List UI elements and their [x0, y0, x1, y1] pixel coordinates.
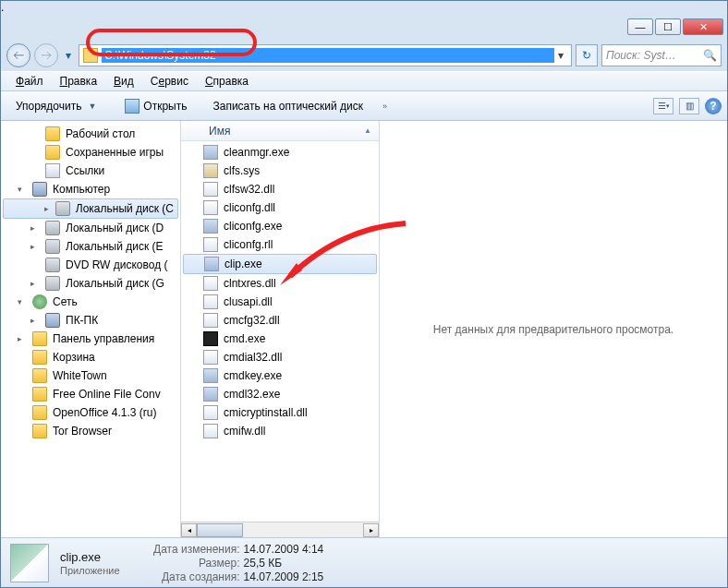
folder-icon — [83, 48, 98, 63]
view-mode-button[interactable]: ☰▾ — [653, 98, 673, 114]
expand-icon[interactable]: ▸ — [44, 204, 50, 213]
address-dropdown-icon[interactable]: ▾ — [554, 49, 567, 62]
toolbar: Упорядочить ▼ Открыть Записать на оптиче… — [1, 91, 727, 121]
open-button[interactable]: Открыть — [115, 96, 196, 116]
file-icon — [203, 145, 218, 160]
menu-file[interactable]: Файл — [8, 73, 51, 90]
sidebar-item[interactable]: Сохраненные игры — [1, 143, 180, 162]
sidebar-item[interactable]: ▾Компьютер — [1, 180, 180, 198]
help-icon[interactable]: ? — [705, 98, 722, 114]
organize-button[interactable]: Упорядочить ▼ — [6, 97, 108, 115]
sidebar-item[interactable]: Рабочий стол — [1, 125, 180, 143]
refresh-button[interactable]: ↻ — [576, 44, 598, 66]
menu-help[interactable]: Справка — [198, 73, 256, 90]
sidebar-item[interactable]: ▸Локальный диск (D — [1, 219, 180, 237]
created-value: 14.07.2009 2:15 — [244, 570, 324, 583]
sidebar-item[interactable]: ▸Локальный диск (G — [1, 274, 180, 293]
node-icon — [32, 424, 47, 438]
scroll-thumb[interactable] — [197, 523, 243, 537]
node-icon — [45, 145, 60, 160]
file-icon — [203, 219, 218, 234]
sidebar-item[interactable]: ▸ПК-ПК — [1, 311, 180, 330]
sidebar-item[interactable]: ▸Локальный диск (E — [1, 237, 180, 256]
maximize-button[interactable]: ☐ — [655, 18, 681, 35]
preview-pane-button[interactable]: ▥ — [679, 98, 699, 114]
burn-button[interactable]: Записать на оптический диск — [203, 97, 372, 115]
back-button[interactable]: 🡠 — [6, 43, 30, 67]
file-row[interactable]: cliconfg.exe — [181, 217, 379, 235]
sidebar-item[interactable]: DVD RW дисковод ( — [1, 256, 180, 274]
sidebar-item[interactable]: ▾Сеть — [1, 293, 180, 311]
open-label: Открыть — [143, 100, 187, 113]
file-name: cmdl32.exe — [224, 388, 280, 401]
node-icon — [45, 163, 60, 178]
file-row[interactable]: cmcfg32.dll — [181, 311, 379, 330]
horizontal-scrollbar[interactable]: ◂ ▸ — [181, 522, 379, 537]
expand-icon[interactable]: ▸ — [30, 316, 40, 325]
overflow-chevron-icon[interactable]: » — [380, 102, 390, 111]
file-row[interactable]: clfsw32.dll — [181, 180, 379, 198]
file-row[interactable]: cmd.exe — [181, 330, 379, 348]
expand-icon[interactable]: ▾ — [18, 185, 27, 194]
column-header-name[interactable]: Имя ▲ — [181, 121, 379, 141]
expand-icon[interactable]: ▸ — [30, 242, 40, 251]
sidebar-item[interactable]: WhiteTown — [1, 366, 180, 385]
file-row[interactable]: cmdial32.dll — [181, 348, 379, 366]
file-name: clfsw32.dll — [224, 183, 274, 196]
expand-icon[interactable]: ▸ — [30, 279, 40, 288]
expand-icon[interactable]: ▸ — [18, 334, 27, 343]
file-row[interactable]: clip.exe — [183, 254, 377, 274]
scroll-track[interactable] — [197, 523, 363, 537]
sidebar-item-label: Рабочий стол — [66, 127, 135, 140]
file-row[interactable]: clntxres.dll — [181, 274, 379, 293]
address-bar[interactable]: C:\Windows\System32 ▾ — [79, 44, 572, 66]
organize-label: Упорядочить — [16, 100, 81, 113]
sidebar-item[interactable]: Tor Browser — [1, 422, 180, 440]
address-text[interactable]: C:\Windows\System32 — [102, 48, 554, 63]
scroll-right-button[interactable]: ▸ — [363, 523, 379, 537]
sidebar-item-label: Локальный диск (D — [66, 222, 164, 234]
sidebar-item[interactable]: Корзина — [1, 348, 180, 366]
file-name: cliconfg.rll — [224, 238, 273, 251]
menu-edit[interactable]: Правка — [53, 73, 105, 90]
file-icon — [203, 387, 218, 402]
scroll-left-button[interactable]: ◂ — [181, 523, 197, 537]
file-row[interactable]: cliconfg.rll — [181, 235, 379, 254]
expand-icon[interactable]: ▾ — [18, 297, 27, 306]
menu-bar: Файл Правка Вид Сервис Справка — [1, 71, 727, 91]
file-info: clip.exe Приложение — [60, 550, 120, 576]
file-metadata: Дата изменения:14.07.2009 4:14 Размер:25… — [139, 543, 324, 583]
file-row[interactable]: clfs.sys — [181, 162, 379, 180]
menu-tools[interactable]: Сервис — [143, 73, 196, 90]
node-icon — [32, 405, 47, 420]
expand-icon[interactable]: ▸ — [30, 223, 40, 233]
minimize-button[interactable]: — — [627, 18, 653, 35]
sidebar-item[interactable]: Ссылки — [1, 162, 180, 180]
file-row[interactable]: cmifw.dll — [181, 422, 379, 440]
file-row[interactable]: clusapi.dll — [181, 293, 379, 311]
menu-view[interactable]: Вид — [106, 73, 141, 90]
file-row[interactable]: cleanmgr.exe — [181, 143, 379, 162]
sidebar-item[interactable]: Free Online File Conv — [1, 385, 180, 403]
file-row[interactable]: cmdkey.exe — [181, 366, 379, 385]
file-row[interactable]: cliconfg.dll — [181, 198, 379, 217]
close-button[interactable]: ✕ — [683, 18, 723, 35]
chevron-down-icon: ▼ — [85, 102, 99, 111]
sidebar-item[interactable]: ▸Панель управления — [1, 330, 180, 348]
forward-button[interactable]: 🡢 — [34, 43, 58, 67]
nav-sidebar: Рабочий столСохраненные игрыСсылки▾Компь… — [1, 121, 181, 537]
file-row[interactable]: cmdl32.exe — [181, 385, 379, 403]
node-icon — [32, 368, 47, 383]
search-icon[interactable]: 🔍 — [703, 49, 717, 62]
sidebar-item-label: Free Online File Conv — [53, 388, 161, 401]
sidebar-item[interactable]: ▸Локальный диск (С — [3, 198, 178, 219]
file-name: cliconfg.exe — [224, 220, 282, 233]
file-row[interactable]: cmicryptinstall.dll — [181, 403, 379, 422]
sidebar-item-label: Панель управления — [53, 332, 154, 345]
sidebar-item[interactable]: OpenOffice 4.1.3 (ru) — [1, 403, 180, 422]
file-name: cmdial32.dll — [224, 351, 282, 364]
history-dropdown[interactable]: ▾ — [62, 47, 75, 64]
size-value: 25,5 КБ — [244, 557, 283, 570]
modified-value: 14.07.2009 4:14 — [244, 543, 324, 556]
search-input[interactable]: Поиск: Syst… 🔍 — [601, 44, 722, 66]
